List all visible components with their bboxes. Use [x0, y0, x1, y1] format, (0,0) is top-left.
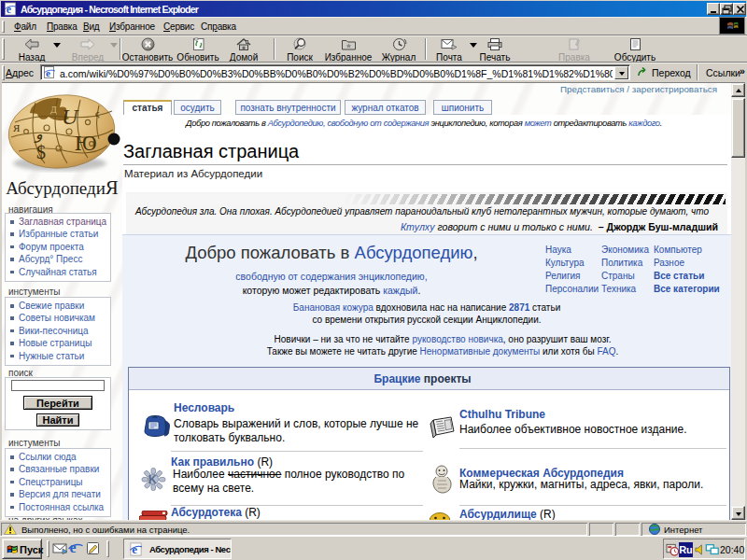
- svg-text:e: e: [46, 67, 50, 78]
- svg-text:Ю: Ю: [75, 132, 97, 155]
- svg-text:$: $: [36, 142, 46, 162]
- svg-text:e: e: [70, 540, 77, 555]
- svg-text:K: K: [148, 473, 157, 486]
- svg-text:Я: Я: [13, 122, 21, 133]
- svg-text:e: e: [132, 542, 137, 556]
- svg-text:و: و: [34, 126, 43, 143]
- svg-text:ς: ς: [95, 107, 100, 119]
- svg-text:e: e: [7, 3, 12, 16]
- svg-text:Д: Д: [50, 105, 57, 115]
- svg-text:U: U: [62, 105, 79, 129]
